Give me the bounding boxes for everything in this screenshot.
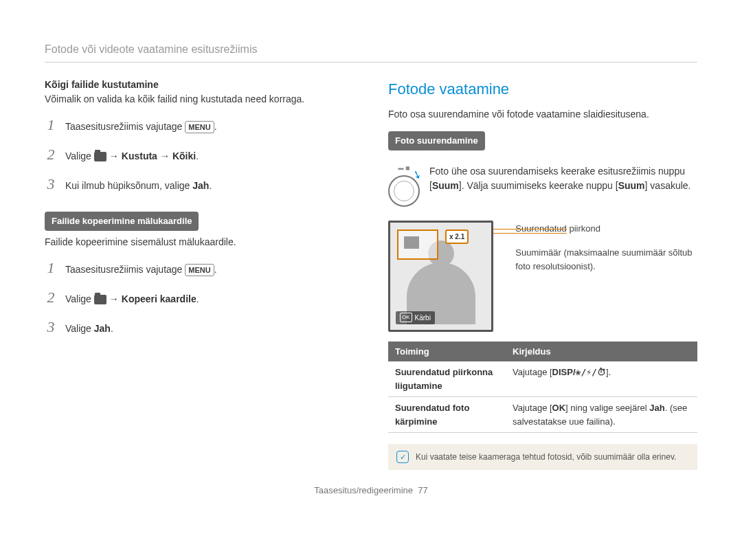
step-number: 3 [45, 315, 57, 338]
content-columns: Kõigi failide kustutamine Võimalik on va… [45, 78, 697, 470]
zoom-region-inner [404, 236, 419, 249]
note-icon: ✓ [396, 451, 409, 463]
step-number: 2 [45, 286, 57, 309]
note-text: Kui vaatate teise kaameraga tehtud fotos… [416, 451, 676, 463]
zoom-badge: x 2.1 [445, 229, 469, 244]
left-column: Kõigi failide kustutamine Võimalik on va… [45, 78, 354, 470]
copy-desc: Failide kopeerimine sisemälust mälukaard… [45, 235, 354, 249]
callout-zoom-ratio: Suumimäär (maksimaalne suumimäär sõltub … [515, 246, 697, 273]
nav-glyphs-icon: ❀/⚡/⏱ [576, 367, 606, 377]
note-box: ✓ Kui vaatate teise kaameraga tehtud fot… [388, 444, 697, 470]
photo-preview: x 2.1 OK Kärbi [388, 221, 493, 332]
table-header-action: Toiming [388, 341, 506, 362]
table-row: Suurendatud piirkonna liigutamine Vajuta… [388, 361, 697, 397]
folder-icon [94, 295, 106, 304]
dial-icon: ➘ [388, 175, 420, 207]
actions-table: Toiming Kirjeldus Suurendatud piirkonna … [388, 341, 697, 434]
folder-icon [94, 152, 106, 161]
zoom-indicator-icon: ▬◼ [398, 164, 410, 172]
ok-icon: OK [400, 313, 412, 322]
page-header: Fotode või videote vaatamine esitusrežii… [45, 41, 697, 63]
page-footer: Taasesitus/redigeerimine 77 [45, 484, 697, 497]
section-title: Fotode vaatamine [388, 78, 697, 100]
step-a-3: 3 Kui ilmub hüpiksõnum, valige Jah. [45, 172, 354, 195]
step-b-1: 1 Taasesitusrežiimis vajutage MENU. [45, 256, 354, 279]
menu-key-icon: MENU [185, 121, 214, 133]
copy-pill: Failide kopeerimine mälukaardile [45, 212, 199, 231]
step-b-2: 2 Valige →Kopeeri kaardile. [45, 286, 354, 309]
zoom-instruction: ▬◼ ➘ Foto ühe osa suurendamiseks keerake… [388, 164, 697, 207]
step-b-3: 3 Valige Jah. [45, 315, 354, 338]
menu-key-icon: MENU [185, 264, 214, 276]
table-header-desc: Kirjeldus [506, 341, 697, 362]
crop-bar: OK Kärbi [396, 311, 435, 324]
zoom-pill: Foto suurendamine [388, 131, 485, 150]
step-number: 1 [45, 113, 57, 136]
preview-wrap: x 2.1 OK Kärbi Suurendatud piirkond Suum… [388, 221, 697, 332]
dial-arrow-icon: ➘ [409, 166, 423, 184]
step-number: 1 [45, 256, 57, 279]
step-number: 2 [45, 143, 57, 166]
delete-all-heading: Kõigi failide kustutamine [45, 78, 354, 92]
step-a-2: 2 Valige →Kustuta→Kõiki. [45, 143, 354, 166]
delete-all-desc: Võimalik on valida ka kõik failid ning k… [45, 92, 354, 107]
step-number: 3 [45, 172, 57, 195]
right-column: Fotode vaatamine Foto osa suurendamine v… [388, 78, 697, 470]
section-intro: Foto osa suurendamine või fotode vaatami… [388, 107, 697, 122]
ok-key-icon: OK [552, 403, 566, 413]
table-row: Suurendatud foto kärpimine Vajutage [OK]… [388, 397, 697, 433]
step-a-1: 1 Taasesitusrežiimis vajutage MENU. [45, 113, 354, 136]
